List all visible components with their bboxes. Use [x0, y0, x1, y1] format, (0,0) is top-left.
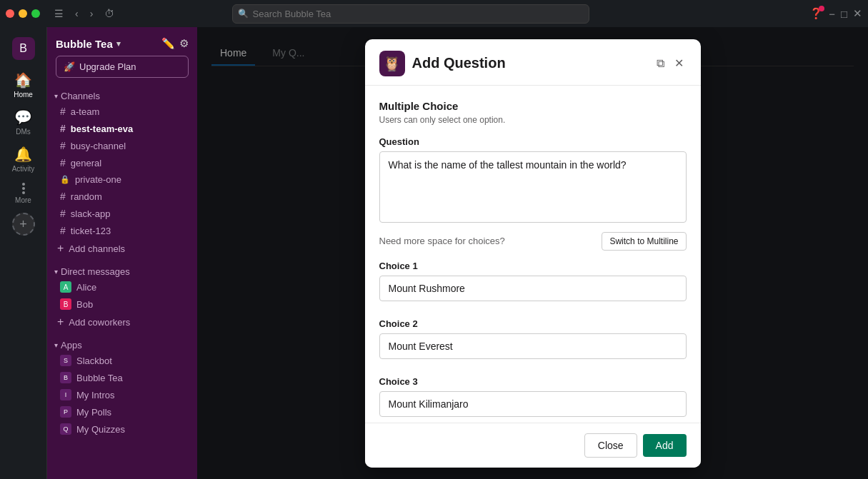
- add-question-modal: 🦉 Add Question ⧉ ✕ Multiple Choice Users…: [365, 39, 701, 468]
- sidebar-item-busy-channel[interactable]: # busy-channel: [50, 137, 194, 154]
- choice3-input[interactable]: [379, 391, 687, 417]
- choice2-input[interactable]: [379, 333, 687, 359]
- question-textarea[interactable]: [379, 151, 687, 223]
- sidebar-item-bob[interactable]: B Bob: [50, 296, 194, 313]
- sidebar-item-a-team[interactable]: # a-team: [50, 103, 194, 120]
- forward-button[interactable]: ›: [86, 6, 98, 21]
- modal-app-icon: 🦉: [379, 51, 405, 76]
- maximize-window-button[interactable]: [31, 9, 40, 18]
- titlebar-right: ❓ − □ ✕: [809, 7, 862, 20]
- upgrade-plan-button[interactable]: 🚀 Upgrade Plan: [56, 56, 189, 78]
- sidebar-item-slack-app[interactable]: # slack-app: [50, 205, 194, 222]
- help-button[interactable]: ❓: [809, 7, 823, 20]
- sidebar-item-random[interactable]: # random: [50, 188, 194, 205]
- alice-avatar: A: [60, 281, 71, 293]
- sidebar-header-icons: ✏️ ⚙: [161, 37, 189, 50]
- choice2-label: Choice 2: [379, 318, 687, 329]
- more-icon: [22, 183, 25, 194]
- minimize-button[interactable]: −: [829, 8, 835, 20]
- sidebar-item-home[interactable]: 🏠 Home: [4, 67, 43, 103]
- modal-body: Multiple Choice Users can only select on…: [365, 86, 701, 423]
- modal-header-buttons: ⧉ ✕: [654, 54, 687, 73]
- home-icon: 🏠: [14, 71, 32, 89]
- apps-label: Apps: [61, 340, 82, 351]
- nav-buttons: ☰ ‹ › ⏱: [50, 6, 119, 21]
- bubble-tea-icon: B: [60, 372, 71, 383]
- maximize-button[interactable]: □: [841, 8, 847, 20]
- titlebar: ☰ ‹ › ⏱ 🔍 ❓ − □ ✕: [0, 0, 868, 27]
- filter-icon[interactable]: ⚙: [179, 37, 189, 50]
- sidebar-item-dms[interactable]: 💬 DMs: [4, 104, 43, 140]
- add-button[interactable]: Add: [643, 434, 687, 457]
- history-button[interactable]: ⏱: [100, 6, 119, 21]
- close-button[interactable]: ✕: [853, 7, 862, 20]
- activity-icon: 🔔: [14, 146, 32, 163]
- dms-header[interactable]: ▾ Direct messages: [47, 263, 197, 278]
- sidebar: Bubble Tea ▾ ✏️ ⚙ 🚀 Upgrade Plan ▾ Chann…: [47, 27, 197, 479]
- search-input[interactable]: [232, 4, 589, 24]
- close-modal-header-button[interactable]: ✕: [672, 54, 687, 73]
- workspace-icon-item[interactable]: B: [4, 33, 43, 66]
- slackbot-icon: S: [60, 355, 71, 366]
- modal-footer: Close Add: [365, 423, 701, 468]
- sidebar-item-ticket-123[interactable]: # ticket-123: [50, 222, 194, 239]
- hash-icon: #: [60, 123, 66, 134]
- workspace-avatar: B: [12, 37, 35, 60]
- sidebar-item-bubble-tea[interactable]: B Bubble Tea: [50, 369, 194, 386]
- lock-icon: 🔒: [60, 175, 70, 184]
- workspace-name[interactable]: Bubble Tea ▾: [56, 38, 121, 50]
- sidebar-item-more[interactable]: More: [4, 178, 43, 208]
- more-label: More: [15, 196, 31, 204]
- my-intros-icon: I: [60, 389, 71, 400]
- workspace-caret-icon: ▾: [116, 39, 121, 49]
- sidebar-item-activity[interactable]: 🔔 Activity: [4, 141, 43, 177]
- channels-label: Channels: [61, 91, 100, 101]
- choice1-label: Choice 1: [379, 261, 687, 271]
- channels-header[interactable]: ▾ Channels: [47, 88, 197, 103]
- switch-to-multiline-button[interactable]: Switch to Multiline: [602, 232, 686, 251]
- search-icon: 🔍: [238, 9, 249, 19]
- app-body: B 🏠 Home 💬 DMs 🔔 Activity More + Bubble …: [0, 27, 868, 479]
- add-channels-icon: +: [57, 242, 64, 255]
- sidebar-item-my-polls[interactable]: P My Polls: [50, 403, 194, 420]
- hash-icon: #: [60, 225, 66, 236]
- choice1-input[interactable]: [379, 276, 687, 301]
- sidebar-item-best-team-eva[interactable]: # best-team-eva: [50, 120, 194, 137]
- modal-backdrop: 🦉 Add Question ⧉ ✕ Multiple Choice Users…: [197, 27, 868, 479]
- section-title: Multiple Choice: [379, 100, 687, 112]
- close-modal-button[interactable]: Close: [584, 433, 637, 458]
- add-coworkers-icon: +: [57, 316, 64, 328]
- dms-label: Direct messages: [61, 266, 130, 277]
- sidebar-item-alice[interactable]: A Alice: [50, 278, 194, 296]
- channels-section: ▾ Channels # a-team # best-team-eva # bu…: [47, 85, 197, 261]
- back-button[interactable]: ‹: [71, 6, 83, 21]
- upgrade-label: Upgrade Plan: [79, 61, 136, 72]
- apps-caret-icon: ▾: [54, 341, 58, 349]
- need-more-text: Need more space for choices?: [379, 236, 505, 246]
- compose-icon[interactable]: ✏️: [161, 37, 175, 50]
- apps-header[interactable]: ▾ Apps: [47, 337, 197, 352]
- add-channels-item[interactable]: + Add channels: [47, 239, 197, 258]
- sidebar-header: Bubble Tea ▾ ✏️ ⚙: [47, 27, 197, 56]
- sidebar-item-private-one[interactable]: 🔒 private-one: [50, 171, 194, 188]
- minimize-window-button[interactable]: [19, 9, 27, 18]
- sidebar-toggle-button[interactable]: ☰: [50, 6, 68, 21]
- upgrade-icon: 🚀: [64, 61, 75, 72]
- hash-icon: #: [60, 191, 66, 202]
- my-quizzes-icon: Q: [60, 423, 71, 435]
- apps-section: ▾ Apps S Slackbot B Bubble Tea I My Intr…: [47, 334, 197, 440]
- sidebar-item-my-quizzes[interactable]: Q My Quizzes: [50, 420, 194, 438]
- main-content: Home My Q... 🦉 Add Question ⧉ ✕: [197, 27, 868, 479]
- copy-modal-button[interactable]: ⧉: [654, 54, 667, 73]
- sidebar-item-slackbot[interactable]: S Slackbot: [50, 352, 194, 369]
- add-workspace-button[interactable]: +: [12, 213, 35, 236]
- sidebar-item-general[interactable]: # general: [50, 154, 194, 171]
- question-label: Question: [379, 136, 687, 147]
- close-window-button[interactable]: [6, 9, 14, 18]
- add-coworkers-item[interactable]: + Add coworkers: [47, 313, 197, 331]
- sidebar-item-my-intros[interactable]: I My Intros: [50, 386, 194, 403]
- home-label: Home: [14, 91, 33, 99]
- owl-emoji: 🦉: [383, 55, 401, 72]
- search-bar: 🔍: [232, 4, 589, 24]
- add-coworkers-label: Add coworkers: [69, 317, 130, 328]
